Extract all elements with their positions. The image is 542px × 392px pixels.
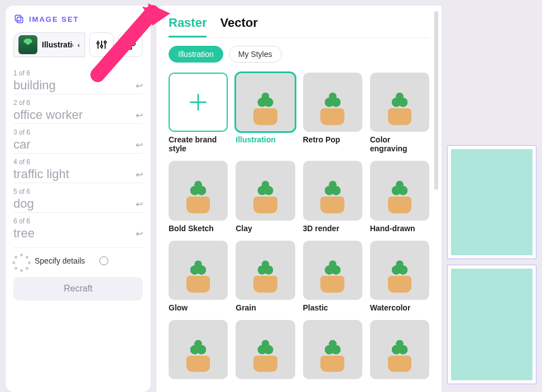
style-card[interactable] bbox=[169, 320, 228, 379]
specify-details[interactable]: Specify details bbox=[13, 247, 143, 274]
preview-frame[interactable] bbox=[447, 145, 536, 259]
return-icon: ↩ bbox=[136, 169, 143, 180]
chevron-left-icon: ‹ bbox=[78, 41, 80, 49]
prompt-item: 4 of 6 ↩ bbox=[13, 153, 143, 183]
style-card[interactable]: Glow bbox=[169, 241, 228, 312]
style-thumbnail bbox=[236, 161, 295, 220]
filter-illustration[interactable]: Illustration bbox=[169, 46, 223, 63]
layers-icon bbox=[13, 13, 25, 25]
scrollbar[interactable] bbox=[434, 11, 438, 190]
prompt-index: 5 of 6 bbox=[13, 188, 143, 195]
tab-vector[interactable]: Vector bbox=[220, 13, 257, 37]
prompt-index: 6 of 6 bbox=[13, 217, 143, 225]
style-card[interactable]: Create brand style bbox=[169, 73, 228, 153]
style-card[interactable] bbox=[236, 320, 295, 379]
prompt-input[interactable] bbox=[13, 137, 132, 152]
style-card[interactable]: Illustration bbox=[236, 73, 295, 153]
style-card[interactable]: Bold Sketch bbox=[169, 161, 228, 232]
style-label: Hand-drawn bbox=[370, 224, 429, 233]
style-thumbnail bbox=[236, 241, 295, 300]
prompt-item: 3 of 6 ↩ bbox=[13, 123, 143, 153]
plus-icon bbox=[186, 90, 210, 114]
prompt-item: 6 of 6 ↩ bbox=[13, 212, 143, 242]
style-thumbnail bbox=[303, 73, 362, 132]
tab-raster[interactable]: Raster bbox=[169, 13, 207, 37]
recraft-button[interactable]: Recraft bbox=[13, 277, 143, 300]
return-icon: ↩ bbox=[136, 228, 143, 239]
return-icon: ↩ bbox=[136, 140, 143, 150]
return-icon: ↩ bbox=[136, 199, 143, 209]
style-card[interactable]: Plastic bbox=[303, 241, 362, 312]
style-thumbnail bbox=[370, 241, 429, 300]
prompt-input[interactable] bbox=[13, 108, 132, 122]
style-grid: Create brand styleIllustrationRetro PopC… bbox=[169, 73, 429, 379]
style-label: Color engraving bbox=[370, 135, 429, 153]
format-tabs: RasterVector bbox=[169, 13, 429, 38]
svg-rect-0 bbox=[15, 15, 21, 21]
style-thumbnail bbox=[236, 320, 295, 379]
style-thumbnail bbox=[370, 320, 429, 379]
style-card[interactable]: Retro Pop bbox=[303, 73, 362, 153]
preview-image bbox=[451, 149, 533, 255]
settings-button[interactable] bbox=[89, 32, 114, 57]
style-label: Create brand style bbox=[169, 135, 228, 153]
svg-point-6 bbox=[100, 45, 103, 47]
style-label: Bold Sketch bbox=[169, 224, 228, 233]
style-thumbnail bbox=[169, 320, 228, 379]
style-label: Retro Pop bbox=[303, 135, 362, 144]
style-selector-label: Illustratio bbox=[42, 40, 73, 49]
specify-toggle[interactable] bbox=[99, 256, 108, 265]
svg-point-5 bbox=[97, 42, 99, 44]
style-controls: Illustratio ‹ bbox=[13, 32, 143, 57]
style-card[interactable] bbox=[303, 320, 362, 379]
style-label: Clay bbox=[236, 224, 295, 233]
style-selector[interactable]: Illustratio ‹ bbox=[13, 32, 85, 57]
style-card[interactable]: 3D render bbox=[303, 161, 362, 232]
svg-point-8 bbox=[127, 43, 128, 44]
style-thumbnail bbox=[370, 73, 429, 132]
prompt-index: 2 of 6 bbox=[13, 99, 143, 107]
style-card[interactable]: Color engraving bbox=[370, 73, 429, 153]
return-icon: ↩ bbox=[136, 110, 143, 121]
preview-frame[interactable] bbox=[447, 265, 536, 384]
specify-label: Specify details bbox=[35, 256, 85, 265]
style-thumbnail bbox=[303, 161, 362, 220]
loader-icon bbox=[15, 254, 29, 268]
palette-button[interactable] bbox=[118, 32, 143, 57]
style-label: Plastic bbox=[303, 303, 362, 312]
prompt-item: 5 of 6 ↩ bbox=[13, 183, 143, 212]
prompt-input[interactable] bbox=[13, 226, 132, 241]
sidebar-title-text: IMAGE SET bbox=[29, 15, 79, 23]
style-thumbnail bbox=[370, 161, 429, 220]
prompt-item: 1 of 6 ↩ bbox=[13, 65, 143, 94]
style-card[interactable]: Grain bbox=[236, 241, 295, 312]
prompt-input[interactable] bbox=[13, 197, 132, 211]
svg-point-9 bbox=[129, 41, 130, 42]
style-thumbnail bbox=[303, 241, 362, 300]
prompt-index: 3 of 6 bbox=[13, 128, 143, 136]
sliders-icon bbox=[95, 39, 108, 51]
svg-point-7 bbox=[104, 41, 107, 44]
filter-my-styles[interactable]: My Styles bbox=[229, 46, 282, 63]
style-thumbnail bbox=[303, 320, 362, 379]
prompt-index: 1 of 6 bbox=[13, 69, 143, 77]
sidebar-title: IMAGE SET bbox=[13, 13, 143, 25]
canvas-preview bbox=[447, 6, 542, 392]
sidebar: IMAGE SET Illustratio ‹ 1 of 6 ↩2 of 6 ↩… bbox=[6, 6, 151, 392]
svg-rect-1 bbox=[17, 17, 23, 23]
style-thumbnail bbox=[169, 241, 228, 300]
return-icon: ↩ bbox=[136, 80, 143, 91]
prompt-index: 4 of 6 bbox=[13, 158, 143, 166]
style-card[interactable]: Watercolor bbox=[370, 241, 429, 312]
style-card[interactable] bbox=[370, 320, 429, 379]
style-label: Illustration bbox=[236, 135, 295, 144]
prompt-input[interactable] bbox=[13, 78, 132, 93]
style-label: 3D render bbox=[303, 224, 362, 233]
style-card[interactable]: Hand-drawn bbox=[370, 161, 429, 232]
prompt-input[interactable] bbox=[13, 167, 132, 181]
style-card[interactable]: Clay bbox=[236, 161, 295, 232]
palette-icon bbox=[124, 39, 137, 51]
preview-image bbox=[451, 269, 533, 380]
prompt-item: 2 of 6 ↩ bbox=[13, 94, 143, 123]
style-label: Glow bbox=[169, 303, 228, 312]
